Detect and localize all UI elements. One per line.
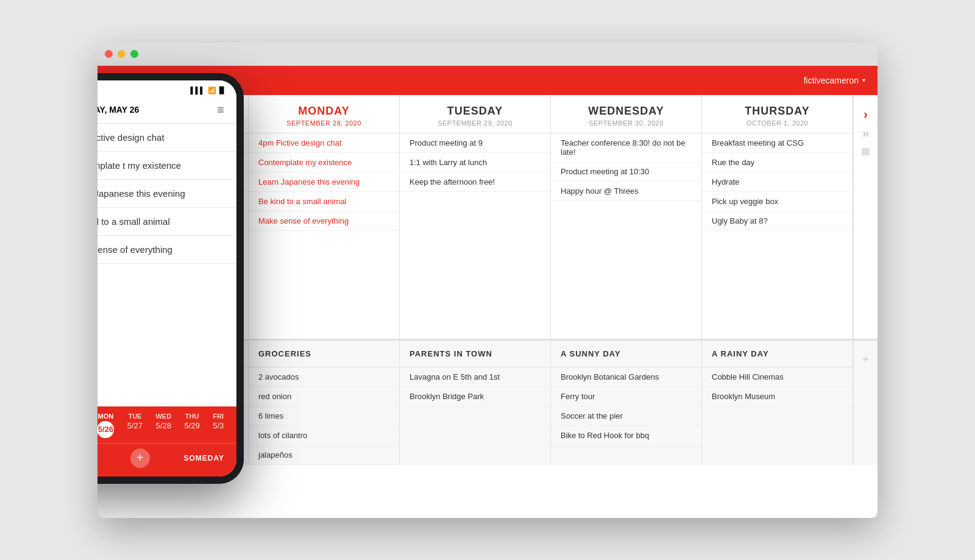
day-num-wed: 5/28: [156, 421, 171, 430]
day-col-thursday: THURSDAY OCTOBER 1, 2020 Breakfast meeti…: [702, 95, 853, 339]
phone-date-label: MONDAY, MAY 26: [98, 105, 139, 115]
task-item[interactable]: Product meeting at 10:30: [551, 162, 701, 182]
user-menu[interactable]: fictivecameron ▾: [804, 76, 865, 85]
phone-status-bar: 9:41 ▌▌▌ 📶 ▉: [98, 80, 236, 98]
phone-day-thu[interactable]: THU 5/29: [184, 413, 199, 438]
day-header-thursday: THURSDAY OCTOBER 1, 2020: [702, 95, 853, 133]
someday-task[interactable]: Brooklyn Bridge Park: [400, 387, 550, 406]
phone-day-mon[interactable]: MON 5/26: [98, 413, 114, 438]
chevron-down-icon: ▾: [862, 77, 865, 83]
someday-title-parents: PARENTS IN TOWN: [400, 341, 550, 367]
someday-task[interactable]: 2 avocados: [249, 367, 399, 387]
task-item[interactable]: Make sense of everything: [249, 211, 399, 231]
phone-day-wed[interactable]: WED 5/28: [155, 413, 171, 438]
phone-overlay: 9:41 ▌▌▌ 📶 ▉ MONDAY, MAY 26 ≡ 4pm Fictiv…: [98, 73, 244, 484]
day-num-tue: 5/27: [127, 421, 143, 430]
phone-status-icons: ▌▌▌ 📶 ▉: [191, 87, 224, 94]
day-header-tuesday: TUESDAY SEPTEMBER 29, 2020: [400, 95, 550, 133]
wifi-icon: 📶: [208, 87, 216, 94]
task-item[interactable]: Be kind to a small animal: [249, 192, 399, 211]
phone-task-item[interactable]: Contemplate t my existence: [98, 152, 236, 180]
day-date-tuesday: SEPTEMBER 29, 2020: [410, 119, 541, 127]
someday-title-groceries: GROCERIES: [249, 341, 399, 367]
phone-week-nav: SUN 5/25 MON 5/26 TUE 5/27 WED 5/28: [98, 413, 236, 443]
someday-task[interactable]: red onion: [249, 387, 399, 406]
signal-icon: ▌▌▌: [191, 87, 205, 94]
someday-col-groceries: GROCERIES 2 avocados red onion 6 limes l…: [249, 341, 400, 465]
day-name-wednesday: WEDNESDAY: [561, 105, 692, 118]
next-week-button[interactable]: ›: [863, 107, 868, 121]
day-tasks-wednesday: Teacher conference 8:30! do not be late!…: [551, 133, 701, 339]
someday-task[interactable]: lots of cilantro: [249, 426, 399, 445]
someday-task[interactable]: jalapeños: [249, 445, 399, 465]
task-item[interactable]: Teacher conference 8:30! do not be late!: [551, 133, 701, 162]
day-date-thursday: OCTOBER 1, 2020: [712, 119, 843, 127]
someday-task[interactable]: Lavagna on E 5th and 1st: [400, 367, 550, 387]
browser-window: TEUXDEUX fictivecameron ▾ SUNDAY SEPTEMB…: [98, 43, 878, 518]
day-tasks-tuesday: Product meeting at 9 1:1 with Larry at l…: [400, 133, 550, 339]
browser-dot-fullscreen[interactable]: [130, 50, 138, 58]
someday-task[interactable]: Cobble Hill Cinemas: [702, 367, 853, 387]
someday-add-button[interactable]: +: [853, 341, 878, 465]
someday-task[interactable]: Ferry tour: [551, 387, 701, 406]
day-date-wednesday: SEPTEMBER 30, 2020: [561, 119, 692, 127]
day-col-wednesday: WEDNESDAY SEPTEMBER 30, 2020 Teacher con…: [551, 95, 702, 339]
day-abbr-mon: MON: [98, 413, 114, 420]
day-abbr-thu: THU: [185, 413, 199, 420]
someday-task[interactable]: 6 limes: [249, 406, 399, 426]
task-item[interactable]: 4pm Fictive design chat: [249, 133, 399, 153]
day-name-tuesday: TUESDAY: [410, 105, 541, 118]
someday-task[interactable]: Brooklyn Museum: [702, 387, 853, 406]
task-item[interactable]: Learn Japanese this evening: [249, 172, 399, 192]
username-label: fictivecameron: [804, 76, 859, 85]
phone-add-button[interactable]: +: [130, 448, 150, 468]
skip-forward-button[interactable]: »: [862, 126, 869, 140]
day-abbr-tue: TUE: [128, 413, 141, 420]
phone-day-fri[interactable]: FRI 5/3: [213, 413, 224, 438]
nav-arrows: › » ▦: [853, 95, 878, 339]
day-num-fri: 5/3: [213, 421, 224, 430]
day-name-thursday: THURSDAY: [712, 105, 843, 118]
someday-col-parents: PARENTS IN TOWN Lavagna on E 5th and 1st…: [400, 341, 551, 465]
task-item[interactable]: Keep the afternoon free!: [400, 172, 550, 192]
phone-task-item[interactable]: Be kind to a small animal: [98, 208, 236, 236]
day-abbr-fri: FRI: [213, 413, 224, 420]
phone-task-list: 4pm Fictive design chat Contemplate t my…: [98, 124, 236, 406]
phone-inner: 9:41 ▌▌▌ 📶 ▉ MONDAY, MAY 26 ≡ 4pm Fictiv…: [98, 80, 236, 477]
day-header-monday: MONDAY SEPTEMBER 28, 2020: [249, 95, 399, 133]
browser-dot-close[interactable]: [105, 50, 113, 58]
phone-task-item[interactable]: 4pm Fictive design chat: [98, 124, 236, 152]
browser-chrome: [98, 43, 878, 66]
day-name-monday: MONDAY: [258, 105, 389, 118]
phone-someday-button[interactable]: SOMEDAY: [183, 454, 224, 463]
day-date-monday: SEPTEMBER 28, 2020: [258, 119, 389, 127]
phone-bottom-nav: TODAY + SOMEDAY: [98, 443, 236, 477]
phone-day-tue[interactable]: TUE 5/27: [127, 413, 143, 438]
day-header-wednesday: WEDNESDAY SEPTEMBER 30, 2020: [551, 95, 701, 133]
day-num-thu: 5/29: [184, 421, 199, 430]
phone-task-item[interactable]: Learn Japanese this evening: [98, 180, 236, 208]
battery-icon: ▉: [219, 87, 224, 94]
task-item[interactable]: Product meeting at 9: [400, 133, 550, 153]
task-item[interactable]: Happy hour @ Threes: [551, 182, 701, 201]
task-item[interactable]: Pick up veggie box: [702, 192, 853, 211]
someday-task[interactable]: Soccer at the pier: [551, 406, 701, 426]
task-item[interactable]: Contemplate my existence: [249, 153, 399, 172]
phone-task-item[interactable]: Make sense of everything: [98, 236, 236, 264]
someday-col-rainy: A RAINY DAY Cobble Hill Cinemas Brooklyn…: [702, 341, 853, 465]
someday-task[interactable]: Bike to Red Hook for bbq: [551, 426, 701, 445]
someday-title-rainy: A RAINY DAY: [702, 341, 853, 367]
task-item[interactable]: Ugly Baby at 8?: [702, 211, 853, 231]
task-item[interactable]: Breakfast meeting at CSG: [702, 133, 853, 153]
phone-menu-icon[interactable]: ≡: [217, 103, 224, 117]
task-item[interactable]: Rue the day: [702, 153, 853, 172]
task-item[interactable]: Hydrate: [702, 172, 853, 192]
task-item[interactable]: 1:1 with Larry at lunch: [400, 153, 550, 172]
calendar-icon[interactable]: ▦: [861, 145, 870, 157]
day-col-tuesday: TUESDAY SEPTEMBER 29, 2020 Product meeti…: [400, 95, 551, 339]
browser-dot-minimize[interactable]: [118, 50, 126, 58]
day-tasks-monday: 4pm Fictive design chat Contemplate my e…: [249, 133, 399, 339]
day-tasks-thursday: Breakfast meeting at CSG Rue the day Hyd…: [702, 133, 853, 339]
someday-task[interactable]: Brooklyn Botanical Gardens: [551, 367, 701, 387]
phone-bottom: SUN 5/25 MON 5/26 TUE 5/27 WED 5/28: [98, 406, 236, 477]
